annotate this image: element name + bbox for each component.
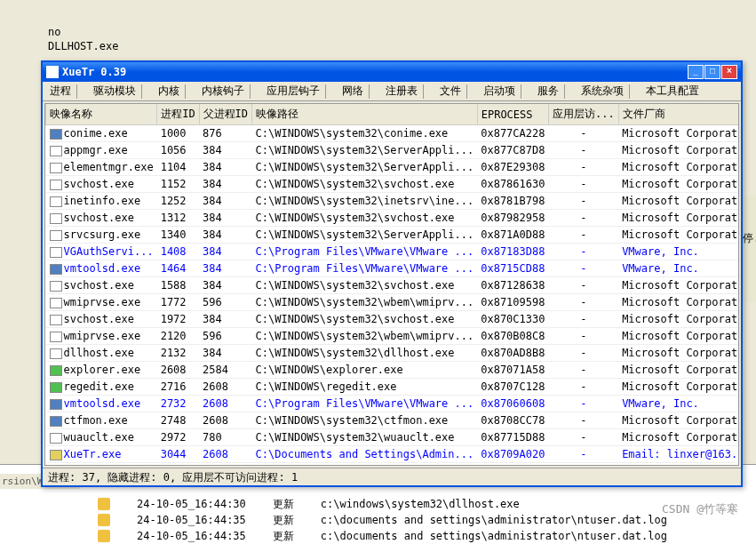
table-row[interactable]: svchost.exe1588384C:\WINDOWS\system32\sv… <box>46 277 740 294</box>
process-icon <box>50 129 62 140</box>
menu-item[interactable]: 启动项 <box>478 82 521 100</box>
process-icon <box>50 163 62 173</box>
process-icon <box>50 264 62 275</box>
column-header[interactable]: 映像名称 <box>46 104 157 125</box>
process-icon <box>50 298 62 308</box>
menu-item[interactable]: 服务 <box>532 82 564 100</box>
table-row[interactable]: notepad.exe32682608C:\WINDOWS\system32\n… <box>46 463 740 467</box>
table-row[interactable]: inetinfo.exe1252384C:\WINDOWS\system32\i… <box>46 193 740 210</box>
process-icon <box>50 382 62 393</box>
process-table-container[interactable]: 映像名称进程ID父进程ID映像路径EPROCESS应用层访...文件厂商 con… <box>44 103 739 466</box>
titlebar[interactable]: XueTr 0.39 _ □ × <box>43 62 741 82</box>
menu-item[interactable]: 网络 <box>337 82 369 100</box>
explorer-row[interactable]: 24-10-05_16:44:35更新c:\documents and sett… <box>98 528 667 544</box>
process-icon <box>50 416 62 427</box>
menu-item[interactable]: 注册表 <box>380 82 423 100</box>
table-row[interactable]: regedit.exe27162608C:\WINDOWS\regedit.ex… <box>46 379 740 396</box>
table-row[interactable]: svchost.exe1152384C:\WINDOWS\system32\sv… <box>46 176 740 193</box>
menubar: 进程驱动模块内核内核钩子应用层钩子网络注册表文件启动项服务系统杂项本工具配置 <box>43 82 741 101</box>
table-row[interactable]: wuauclt.exe2972780C:\WINDOWS\system32\wu… <box>46 429 740 446</box>
app-icon <box>46 66 59 78</box>
minimize-button[interactable]: _ <box>688 65 704 79</box>
watermark: CSDN @竹等寒 <box>662 501 738 517</box>
table-row[interactable]: appmgr.exe1056384C:\WINDOWS\system32\Ser… <box>46 142 740 159</box>
menu-item[interactable]: 应用层钩子 <box>261 82 325 100</box>
file-icon <box>98 498 110 510</box>
status-bar: 进程: 37, 隐藏进程: 0, 应用层不可访问进程: 1 <box>43 468 741 484</box>
table-row[interactable]: VGAuthServi...1408384C:\Program Files\VM… <box>46 244 740 260</box>
explorer-row[interactable]: 24-10-05_16:44:35更新c:\documents and sett… <box>98 512 667 528</box>
process-icon <box>50 348 62 359</box>
table-row[interactable]: svchost.exe1972384C:\WINDOWS\system32\sv… <box>46 311 740 328</box>
process-icon <box>50 230 62 241</box>
column-header[interactable]: 文件厂商 <box>618 104 739 125</box>
table-row[interactable]: elementmgr.exe1104384C:\WINDOWS\system32… <box>46 159 740 176</box>
close-button[interactable]: × <box>721 65 737 79</box>
table-row[interactable]: conime.exe1000876C:\WINDOWS\system32\con… <box>46 125 740 142</box>
table-row[interactable]: dllhost.exe2132384C:\WINDOWS\system32\dl… <box>46 345 740 362</box>
menu-item[interactable]: 内核 <box>153 82 185 100</box>
column-header[interactable]: 父进程ID <box>199 104 251 125</box>
menu-item[interactable]: 内核钩子 <box>196 82 250 100</box>
process-icon <box>50 450 62 460</box>
main-window: XueTr 0.39 _ □ × 进程驱动模块内核内核钩子应用层钩子网络注册表文… <box>41 60 743 487</box>
maximize-button[interactable]: □ <box>704 65 720 79</box>
explorer-row[interactable]: 24-10-05_16:44:30更新c:\windows\system32\d… <box>98 496 667 512</box>
menu-item[interactable]: 进程 <box>44 82 76 100</box>
table-row[interactable]: explorer.exe26082584C:\WINDOWS\explorer.… <box>46 362 740 379</box>
file-icon <box>98 530 110 542</box>
process-icon <box>50 180 62 190</box>
column-header[interactable]: 映像路径 <box>252 104 478 125</box>
table-row[interactable]: wmiprvse.exe2120596C:\WINDOWS\system32\w… <box>46 328 740 345</box>
process-icon <box>50 146 62 156</box>
process-table: 映像名称进程ID父进程ID映像路径EPROCESS应用层访...文件厂商 con… <box>45 104 739 466</box>
menu-item[interactable]: 驱动模块 <box>88 82 141 100</box>
table-row[interactable]: svchost.exe1312384C:\WINDOWS\system32\sv… <box>46 210 740 227</box>
column-header[interactable]: EPROCESS <box>477 104 548 125</box>
menu-item[interactable]: 文件 <box>434 82 466 100</box>
column-header[interactable]: 进程ID <box>157 104 199 125</box>
process-icon <box>50 399 62 410</box>
menu-item[interactable]: 系统杂项 <box>576 82 629 100</box>
table-row[interactable]: vmtoolsd.exe27322608C:\Program Files\VMw… <box>46 396 740 412</box>
background-text: no DLLHOST.exe <box>48 25 118 53</box>
process-icon <box>50 315 62 325</box>
process-icon <box>50 281 62 292</box>
process-icon <box>50 332 62 342</box>
table-row[interactable]: srvcsurg.exe1340384C:\WINDOWS\system32\S… <box>46 227 740 244</box>
table-row[interactable]: vmtoolsd.exe1464384C:\Program Files\VMwa… <box>46 260 740 277</box>
process-icon <box>50 213 62 224</box>
window-title: XueTr 0.39 <box>62 66 688 78</box>
menu-item[interactable]: 本工具配置 <box>641 82 704 100</box>
process-icon <box>50 365 62 376</box>
table-row[interactable]: ctfmon.exe27482608C:\WINDOWS\system32\ct… <box>46 412 740 429</box>
column-header[interactable]: 应用层访... <box>548 104 618 125</box>
file-icon <box>98 514 110 526</box>
process-icon <box>50 196 62 207</box>
table-row[interactable]: wmiprvse.exe1772596C:\WINDOWS\system32\w… <box>46 294 740 311</box>
process-icon <box>50 433 62 444</box>
table-row[interactable]: XueTr.exe30442608C:\Documents and Settin… <box>46 446 740 463</box>
process-icon <box>50 247 62 258</box>
